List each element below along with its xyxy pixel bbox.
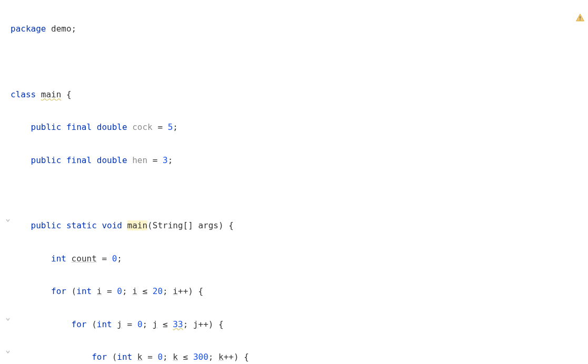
code-line: for (int k = 0; k ≤ 300; k++) { (6, 349, 582, 364)
code-line (6, 185, 582, 201)
gutter-fold-icon[interactable] (5, 316, 11, 322)
code-line: class main { (6, 86, 582, 103)
code-line: package demo; (6, 21, 582, 37)
svg-rect-0 (580, 16, 581, 19)
gutter-fold-icon[interactable] (5, 349, 11, 355)
code-line: public static void main(String[] args) { (6, 217, 582, 234)
field-cock: cock (132, 122, 153, 132)
method-main: main (127, 220, 148, 230)
svg-rect-1 (580, 19, 581, 21)
package-name: demo (51, 24, 72, 34)
keyword-class: class (11, 89, 36, 99)
code-line: public final double cock = 5; (6, 119, 582, 135)
var-count: count (72, 254, 97, 264)
warning-icon[interactable] (575, 12, 585, 28)
code-line: public final double hen = 3; (6, 152, 582, 168)
gutter-fold-icon[interactable] (5, 217, 11, 224)
code-line: for (int j = 0; j ≤ 33; j++) { (6, 316, 582, 332)
keyword-package: package (11, 24, 46, 34)
code-line (6, 54, 582, 70)
class-name: main (41, 89, 62, 99)
code-line: int count = 0; (6, 250, 582, 267)
field-hen: hen (132, 155, 147, 165)
code-line: for (int i = 0; i ≤ 20; i++) { (6, 283, 582, 299)
code-editor[interactable]: package demo; class main { public final … (0, 0, 588, 364)
